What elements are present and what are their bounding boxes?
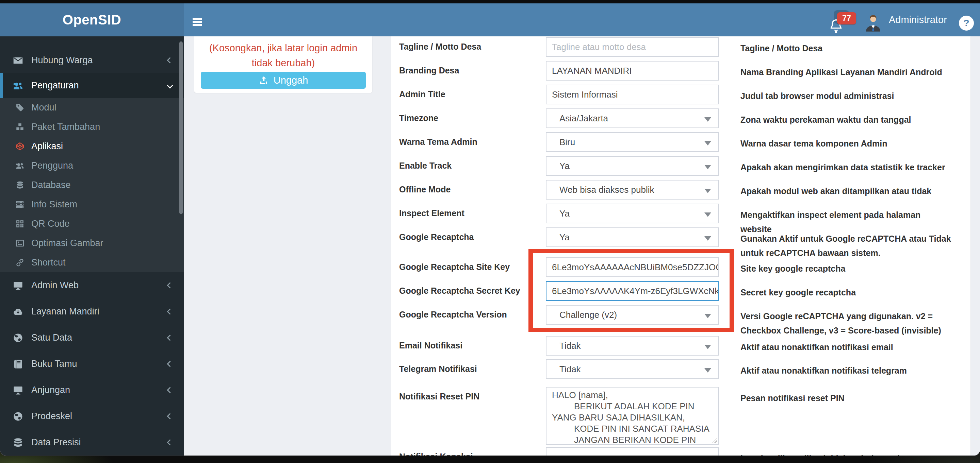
field-value: Ya: [559, 232, 570, 243]
textarea-notifikasi-reset-pin[interactable]: HALO [nama], BERIKUT ADALAH KODE PIN YAN…: [546, 387, 719, 445]
label-google-recaptcha-secret-key: Google Recaptcha Secret Key: [399, 286, 539, 296]
caret-down-icon: [705, 165, 711, 169]
select-warna-tema-admin[interactable]: Biru: [546, 132, 719, 152]
app-logo[interactable]: OpenSID: [0, 3, 184, 36]
sidebar-item-label: Hubung Warga: [31, 55, 93, 66]
desc-google-recaptcha: Gunakan Aktif untuk Google reCAPTCHA ata…: [740, 232, 951, 260]
sidebar-item-paket-tambahan[interactable]: Paket Tambahan: [0, 117, 184, 136]
cloud-icon: [12, 306, 24, 317]
field-value: Tidak: [559, 364, 581, 374]
chevron-left-icon: [167, 282, 173, 288]
users-icon: [12, 80, 24, 92]
input-google-recaptcha-site-key[interactable]: 6Le3moYsAAAAAAcNBUiBM0se5DZZJOQZqISUA: [546, 257, 719, 277]
label-telegram-notifikasi: Telegram Notifikasi: [399, 364, 539, 374]
sidebar-item-satu-data[interactable]: Satu Data: [0, 325, 184, 351]
sidebar-item-label: Optimasi Gambar: [31, 238, 103, 249]
sidebar-item-prodeskel[interactable]: Prodeskel: [0, 403, 184, 429]
label-offline-mode: Offline Mode: [399, 185, 539, 195]
sidebar-item-label: QR Code: [31, 219, 70, 229]
select-google-recaptcha-version[interactable]: Challenge (v2): [546, 305, 719, 325]
sidebar-item-info-sistem[interactable]: Info Sistem: [0, 195, 184, 214]
field-value: HALO [nama], BERIKUT ADALAH KODE PIN YAN…: [552, 390, 713, 445]
sidebar-item-qr-code[interactable]: QR Code: [0, 214, 184, 233]
sidebar-scrollbar-thumb[interactable]: [179, 41, 183, 214]
chevron-left-icon: [167, 439, 173, 445]
database-icon: [15, 181, 24, 190]
desc-telegram-notifikasi: Aktif atau nonaktifkan notifikasi telegr…: [740, 363, 951, 378]
desc-google-recaptcha-secret-key: Secret key google recaptcha: [740, 285, 951, 300]
sidebar-item-aplikasi[interactable]: Aplikasi: [0, 136, 184, 156]
desc-notifikasi-reset-pin: Pesan notifikasi reset PIN: [740, 391, 951, 405]
caret-down-icon: [705, 189, 711, 193]
sidebar-item-pengguna[interactable]: Pengguna: [0, 156, 184, 175]
label-google-recaptcha: Google Recaptcha: [399, 232, 539, 242]
notifications-button[interactable]: 77: [827, 8, 859, 35]
sidebar-item-label: Anjungan: [31, 385, 70, 395]
sidebar-toggle-button[interactable]: [192, 18, 204, 27]
input-tagline-motto-desa[interactable]: Tagline atau motto desa: [546, 37, 719, 57]
select-google-recaptcha[interactable]: Ya: [546, 227, 719, 247]
select-timezone[interactable]: Asia/Jakarta: [546, 108, 719, 128]
desc-timezone: Zona waktu perekaman waktu dan tanggal: [740, 113, 951, 127]
tag-icon: [15, 103, 24, 113]
sidebar-item-modul[interactable]: Modul: [0, 98, 184, 117]
user-name[interactable]: Administrator: [889, 3, 947, 36]
sidebar-item-admin-web[interactable]: Admin Web: [0, 272, 184, 298]
sidebar-item-buku-tamu[interactable]: Buku Tamu: [0, 351, 184, 377]
select-inspect-element[interactable]: Ya: [546, 204, 719, 224]
app-window: OpenSID 77 Administrator: [0, 3, 980, 455]
sidebar-item-anjungan[interactable]: Anjungan: [0, 377, 184, 403]
select-enable-track[interactable]: Ya: [546, 156, 719, 176]
sidebar-item-database[interactable]: Database: [0, 175, 184, 195]
chevron-left-icon: [167, 57, 173, 63]
caret-down-icon: [705, 345, 711, 349]
sidebar-item-data-presisi[interactable]: Data Presisi: [0, 429, 184, 455]
select-telegram-notifikasi[interactable]: Tidak: [546, 359, 719, 379]
top-navbar: OpenSID 77 Administrator: [0, 3, 980, 36]
label-warna-tema-admin: Warna Tema Admin: [399, 137, 539, 147]
upload-button-label: Unggah: [274, 75, 308, 86]
label-admin-title: Admin Title: [399, 89, 539, 99]
input-branding-desa[interactable]: LAYANAN MANDIRI: [546, 61, 719, 81]
settings-form-card: Tagline / Motto DesaTagline atau motto d…: [391, 36, 970, 455]
upload-icon: [259, 75, 269, 85]
desc-enable-track: Apakah akan mengirimkan data statistik k…: [740, 160, 951, 174]
caret-down-icon: [705, 236, 711, 241]
label-inspect-element: Inspect Element: [399, 208, 539, 218]
help-button[interactable]: ?: [959, 16, 974, 30]
users-icon: [15, 161, 24, 171]
field-value: Web bisa diakses publik: [559, 185, 654, 195]
sidebar-item-label: Pengguna: [31, 160, 73, 171]
avatar[interactable]: [864, 13, 883, 33]
field-value: LAYANAN MANDIRI: [552, 66, 632, 76]
upload-button[interactable]: Unggah: [201, 72, 366, 89]
server-icon: [15, 200, 24, 209]
field-value: 6Le3moYsAAAAAAcNBUiBM0se5DZZJOQZqISUA: [552, 262, 719, 273]
desc-admin-title: Judul tab browser modul administrasi: [740, 89, 951, 103]
input-notifikasi-koneksi[interactable]: [546, 447, 719, 455]
sidebar-item-label: Shortcut: [31, 257, 66, 268]
globe-icon: [12, 411, 24, 422]
sidebar-item-hubung-warga[interactable]: Hubung Warga: [0, 48, 184, 73]
codepen-icon: [15, 142, 24, 151]
image-icon: [15, 239, 24, 248]
input-google-recaptcha-secret-key[interactable]: 6Le3moYsAAAAAK4Ym-z6Eyf3LGWXcNkbv3qeO: [546, 281, 719, 301]
sidebar-item-optimasi-gambar[interactable]: Optimasi Gambar: [0, 233, 184, 253]
sidebar-item-layanan-mandiri[interactable]: Layanan Mandiri: [0, 298, 184, 325]
sidebar-item-pengaturan[interactable]: Pengaturan: [0, 73, 184, 98]
desktop-icon: [12, 384, 24, 396]
select-email-notifikasi[interactable]: Tidak: [546, 336, 719, 355]
sidebar-item-label: Data Presisi: [31, 437, 81, 448]
caret-down-icon: [705, 314, 711, 318]
input-admin-title[interactable]: Sistem Informasi: [546, 85, 719, 105]
sidebar-item-label: Prodeskel: [31, 411, 72, 422]
envelope-icon: [12, 55, 24, 66]
label-google-recaptcha-version: Google Recaptcha Version: [399, 310, 539, 320]
select-offline-mode[interactable]: Web bisa diakses publik: [546, 180, 719, 200]
book-icon: [12, 358, 24, 370]
desc-warna-tema-admin: Warna dasar tema komponen Admin: [740, 136, 951, 151]
sidebar-item-shortcut[interactable]: Shortcut: [0, 253, 184, 272]
sidebar-item-label: Database: [31, 180, 71, 190]
desc-offline-mode: Apakah modul web akan ditampilkan atau t…: [740, 184, 951, 198]
caret-down-icon: [705, 368, 711, 373]
